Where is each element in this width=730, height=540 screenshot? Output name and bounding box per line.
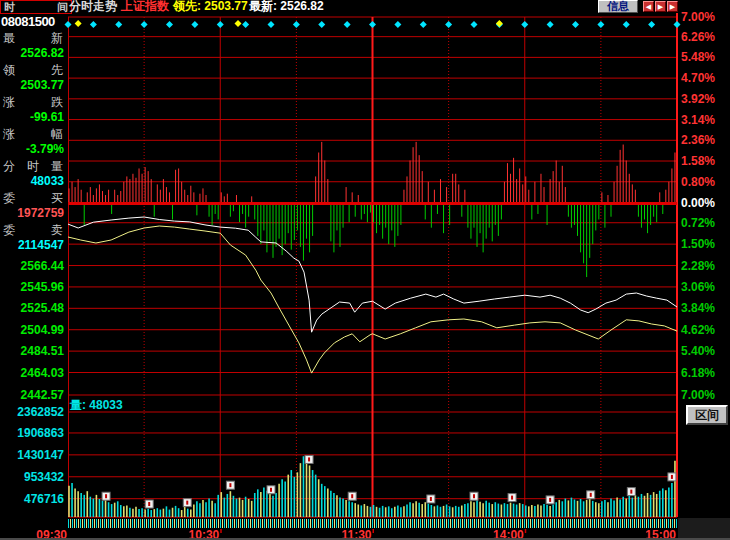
- panel-right-button[interactable]: ▶: [655, 1, 666, 12]
- cyan-diamond-icon: [471, 21, 478, 28]
- cyan-diamond-icon: [242, 21, 249, 28]
- percent-tick-label: 3.14%: [681, 113, 729, 127]
- price-tick-label: 2566.44: [0, 259, 64, 273]
- price-tick-label: 2525.48: [0, 301, 64, 315]
- info-mine-marker-dot: [148, 502, 150, 506]
- sidebar-value: 48033: [0, 174, 64, 188]
- sidebar-label: 领先: [0, 62, 66, 79]
- info-mine-marker-dot: [511, 496, 513, 500]
- price-tick-label: 2464.03: [0, 366, 64, 380]
- cyan-diamond-icon: [369, 21, 376, 28]
- index-name-label: 上证指数: [121, 0, 169, 13]
- info-mine-marker-dot: [473, 494, 475, 498]
- percent-tick-label: 3.84%: [681, 301, 729, 315]
- info-button[interactable]: 信息: [598, 0, 638, 13]
- sidebar-value: 2526.82: [0, 46, 64, 60]
- sidebar-value: -3.79%: [0, 142, 64, 156]
- percent-tick-label: 4.62%: [681, 323, 729, 337]
- percent-tick-label: 0.72%: [681, 216, 729, 230]
- time-header-char-right: 间: [57, 1, 68, 13]
- percent-tick-label: 4.70%: [681, 71, 729, 85]
- lead-quote-label: 领先: 2503.77: [173, 0, 248, 13]
- cyan-diamond-icon: [572, 21, 579, 28]
- panel-next-button[interactable]: ▶: [667, 1, 678, 12]
- percent-tick-label: 2.36%: [681, 133, 729, 147]
- cyan-diamond-icon: [623, 21, 630, 28]
- cyan-diamond-icon: [268, 21, 275, 28]
- panel-left-button[interactable]: ◀: [643, 1, 654, 12]
- percent-tick-label: 3.06%: [681, 280, 729, 294]
- percent-zero-label: 0.00%: [681, 196, 729, 210]
- percent-tick-label: 2.28%: [681, 259, 729, 273]
- info-mine-marker-dot: [270, 488, 272, 492]
- tdx-intraday-window: 时 间 分时走势 上证指数 领先: 2503.77 最新: 2526.82 信息…: [0, 0, 730, 540]
- scrollbar-tick: [220, 529, 222, 533]
- latest-quote-label: 最新: 2526.82: [249, 0, 324, 13]
- cyan-diamond-icon: [90, 21, 97, 28]
- sidebar-label: 委卖: [0, 222, 66, 239]
- volume-tick-label: 2362852: [0, 405, 64, 419]
- bottom-right-corner: [678, 518, 730, 538]
- volume-readout: 量: 48033: [70, 397, 123, 414]
- percent-tick-label: 6.26%: [681, 30, 729, 44]
- percent-tick-label: 5.40%: [681, 344, 729, 358]
- price-tick-label: 2484.51: [0, 344, 64, 358]
- cyan-diamond-icon: [394, 21, 401, 28]
- cyan-diamond-icon: [115, 21, 122, 28]
- cyan-diamond-icon: [166, 21, 173, 28]
- price-tick-label: 2442.57: [0, 388, 64, 402]
- scrollbar-tick: [525, 529, 527, 533]
- sidebar-label: 最新: [0, 30, 66, 47]
- cyan-diamond-icon: [648, 21, 655, 28]
- price-tick-label: 2545.96: [0, 280, 64, 294]
- percent-tick-label: 7.00%: [681, 10, 729, 24]
- percent-tick-label: 0.80%: [681, 175, 729, 189]
- info-mine-marker-dot: [105, 494, 107, 498]
- info-mine-marker-dot: [590, 493, 592, 497]
- cyan-diamond-icon: [521, 21, 528, 28]
- percent-tick-label: 6.18%: [681, 366, 729, 380]
- cyan-diamond-icon: [141, 21, 148, 28]
- percent-tick-label: 3.92%: [681, 92, 729, 106]
- cyan-diamond-icon: [318, 21, 325, 28]
- percent-tick-label: 7.00%: [681, 388, 729, 402]
- time-scrollbar[interactable]: [68, 519, 677, 528]
- cyan-diamond-icon: [674, 21, 681, 28]
- percent-tick-label: 5.48%: [681, 50, 729, 64]
- chart-type-label: 分时走势: [69, 0, 117, 13]
- info-mine-marker-dot: [186, 501, 188, 505]
- yellow-diamond-icon: [235, 20, 242, 27]
- clock-display: 08081500: [1, 14, 66, 29]
- cyan-diamond-icon: [597, 21, 604, 28]
- info-mine-marker-dot: [630, 490, 632, 494]
- scrollbar-tick: [373, 529, 375, 533]
- cyan-diamond-icon: [217, 21, 224, 28]
- time-header-char-left: 时: [4, 1, 15, 13]
- info-mine-marker-dot: [308, 457, 310, 461]
- yellow-diamond-icon: [496, 20, 503, 27]
- info-mine-marker-dot: [229, 483, 231, 487]
- sidebar-label: 委买: [0, 190, 66, 207]
- sidebar-value: -99.61: [0, 110, 64, 124]
- cyan-diamond-icon: [547, 21, 554, 28]
- intraday-chart[interactable]: [0, 0, 730, 540]
- percent-tick-label: 1.58%: [681, 154, 729, 168]
- info-mine-marker-dot: [671, 475, 673, 479]
- volume-tick-label: 1906863: [0, 426, 64, 440]
- cyan-diamond-icon: [191, 21, 198, 28]
- volume-tick-label: 476716: [0, 492, 64, 506]
- info-mine-marker-dot: [351, 494, 353, 498]
- cyan-diamond-icon: [344, 21, 351, 28]
- yellow-diamond-icon: [75, 20, 82, 27]
- price-tick-label: 2504.99: [0, 323, 64, 337]
- latest-quote-value: 2526.82: [280, 0, 323, 13]
- zero-percent-line: [68, 202, 677, 205]
- right-arrow-icon: ▶: [658, 3, 663, 10]
- volume-tick-label: 953432: [0, 470, 64, 484]
- title-bar: 时 间 分时走势 上证指数 领先: 2503.77 最新: 2526.82 信息…: [0, 0, 730, 13]
- lead-quote-value: 2503.77: [204, 0, 247, 13]
- cyan-diamond-icon: [293, 21, 300, 28]
- time-column-header: 时 间: [0, 0, 72, 14]
- sidebar-label: 涨幅: [0, 126, 66, 143]
- sidebar-value: 2503.77: [0, 78, 64, 92]
